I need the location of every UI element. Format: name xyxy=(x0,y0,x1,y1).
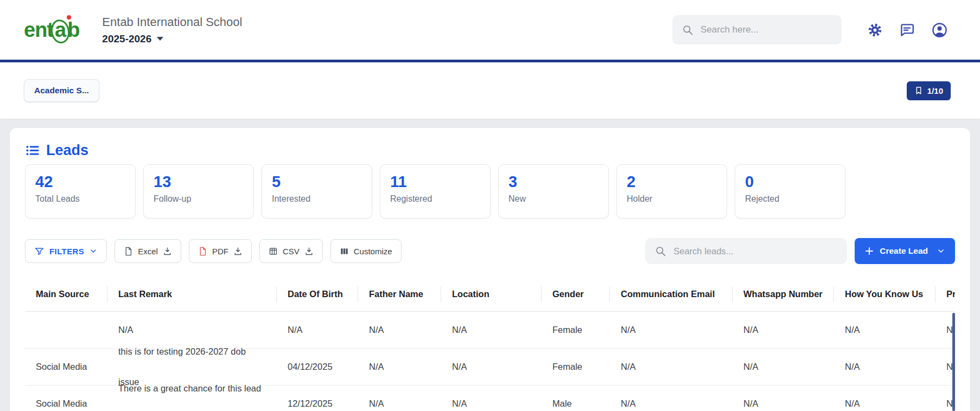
cell-gender: Female xyxy=(542,312,610,348)
file-icon xyxy=(124,247,133,256)
chevron-down-icon xyxy=(937,247,945,255)
stat-value: 5 xyxy=(272,173,362,191)
sub-header: Academic S... 1/10 xyxy=(0,62,980,119)
stat-card-holder[interactable]: 2 Holder xyxy=(616,164,727,219)
cell-location: N/A xyxy=(441,312,542,348)
col-header-whatsapp-number[interactable]: Whatsapp Number xyxy=(733,277,834,311)
cell-how-you-know-us: N/A xyxy=(834,349,936,385)
stat-card-registered[interactable]: 11 Registered xyxy=(380,164,491,219)
leads-header: Leads xyxy=(25,142,955,159)
cell-father-name: N/A xyxy=(358,386,441,411)
col-header-main-source[interactable]: Main Source xyxy=(25,277,107,311)
top-header: entab Entab International School 2025-20… xyxy=(0,0,980,60)
cell-location: N/A xyxy=(441,386,542,411)
create-lead-label: Create Lead xyxy=(880,246,928,256)
stat-label: Holder xyxy=(627,194,717,204)
logo-dot-icon xyxy=(67,15,71,20)
cell-last-remark: this is for testing 2026-2027 dob issue xyxy=(107,349,277,385)
plus-icon xyxy=(864,246,874,256)
col-header-location[interactable]: Location xyxy=(441,277,542,311)
table-row[interactable]: Social Media There is a great chance for… xyxy=(25,386,955,411)
cell-location: N/A xyxy=(441,349,542,385)
table-row[interactable]: Social Media this is for testing 2026-20… xyxy=(25,349,955,386)
stat-card-follow-up[interactable]: 13 Follow-up xyxy=(143,164,254,219)
cell-communication-email: N/A xyxy=(610,349,733,385)
col-header-father-name[interactable]: Father Name xyxy=(358,277,441,311)
cell-communication-email: N/A xyxy=(610,386,733,411)
leads-search[interactable] xyxy=(645,238,847,264)
export-excel-button[interactable]: Excel xyxy=(114,239,181,263)
col-header-gender[interactable]: Gender xyxy=(542,277,610,311)
bookmark-icon xyxy=(914,86,923,95)
logo-a: a xyxy=(53,18,67,42)
filters-button[interactable]: FILTERS xyxy=(25,239,107,263)
cell-gender: Female xyxy=(542,349,610,385)
stat-card-rejected[interactable]: 0 Rejected xyxy=(735,164,845,219)
account-icon xyxy=(932,22,947,38)
stat-value: 2 xyxy=(627,173,717,191)
stat-value: 42 xyxy=(35,173,125,191)
cell-date-of-birth: 12/12/2025 xyxy=(277,386,358,411)
stat-value: 0 xyxy=(745,173,835,191)
create-lead-button[interactable]: Create Lead xyxy=(855,238,955,264)
remark-line: this is for testing 2026-2027 dob xyxy=(118,346,246,357)
account-button[interactable] xyxy=(932,22,947,38)
table-vertical-scrollbar[interactable] xyxy=(952,313,955,411)
list-icon xyxy=(25,143,40,158)
stats-row: 42 Total Leads 13 Follow-up 5 Interested… xyxy=(25,164,955,219)
pager-badge[interactable]: 1/10 xyxy=(907,81,951,100)
school-block: Entab International School 2025-2026 xyxy=(102,15,242,45)
chevron-down-icon xyxy=(89,247,98,255)
stat-value: 11 xyxy=(390,173,480,191)
stat-card-interested[interactable]: 5 Interested xyxy=(262,164,372,219)
global-search[interactable] xyxy=(672,15,842,44)
cell-father-name: N/A xyxy=(358,312,441,348)
pdf-label: PDF xyxy=(212,247,228,256)
stat-label: Rejected xyxy=(745,194,835,204)
pager-count: 1/10 xyxy=(927,86,943,95)
leads-search-input[interactable] xyxy=(673,246,837,256)
module-button[interactable]: Academic S... xyxy=(24,79,99,102)
school-name: Entab International School xyxy=(102,15,242,29)
stat-value: 3 xyxy=(508,173,599,191)
app-logo[interactable]: entab xyxy=(24,18,79,42)
export-pdf-button[interactable]: PDF xyxy=(189,239,252,263)
logo-text: ent xyxy=(24,18,53,42)
cell-date-of-birth: 04/12/2025 xyxy=(277,349,358,385)
header-actions xyxy=(672,15,947,44)
col-header-communication-email[interactable]: Communication Email xyxy=(610,277,733,311)
session-label: 2025-2026 xyxy=(102,33,151,45)
stat-card-total-leads[interactable]: 42 Total Leads xyxy=(25,164,136,219)
cell-main-source xyxy=(25,312,107,348)
col-header-pre-clipped[interactable]: Pre xyxy=(936,277,955,311)
table-toolbar: FILTERS Excel PDF xyxy=(25,238,955,264)
stat-card-new[interactable]: 3 New xyxy=(498,164,609,219)
cell-whatsapp-number: N/A xyxy=(733,312,834,348)
chevron-down-icon xyxy=(157,37,163,41)
global-search-input[interactable] xyxy=(701,24,832,35)
gear-icon xyxy=(868,23,882,37)
cell-how-you-know-us: N/A xyxy=(834,312,936,348)
page: entab Entab International School 2025-20… xyxy=(0,0,980,411)
download-icon xyxy=(304,247,314,256)
columns-icon xyxy=(340,247,349,256)
messages-button[interactable] xyxy=(900,23,914,37)
col-header-last-remark[interactable]: Last Remark xyxy=(107,277,277,311)
leads-panel: Leads 42 Total Leads 13 Follow-up 5 Inte… xyxy=(10,128,970,411)
stat-label: Total Leads xyxy=(35,194,125,204)
leads-table: Main Source Last Remark Date Of Birth Fa… xyxy=(25,277,955,411)
cell-last-remark: There is a great chance for this lead xyxy=(107,386,277,411)
funnel-icon xyxy=(34,246,44,256)
download-icon xyxy=(163,247,172,256)
search-icon xyxy=(682,24,693,36)
csv-label: CSV xyxy=(283,247,300,256)
col-header-how-you-know-us[interactable]: How You Know Us xyxy=(834,277,936,311)
customize-columns-button[interactable]: Customize xyxy=(330,239,402,263)
session-selector[interactable]: 2025-2026 xyxy=(102,33,242,45)
table-row[interactable]: N/A N/A N/A N/A Female N/A N/A N/A N/A xyxy=(25,312,955,349)
cell-main-source: Social Media xyxy=(25,386,107,411)
export-csv-button[interactable]: CSV xyxy=(259,239,323,263)
settings-button[interactable] xyxy=(868,23,882,37)
excel-label: Excel xyxy=(138,247,158,256)
col-header-date-of-birth[interactable]: Date Of Birth xyxy=(277,277,358,311)
